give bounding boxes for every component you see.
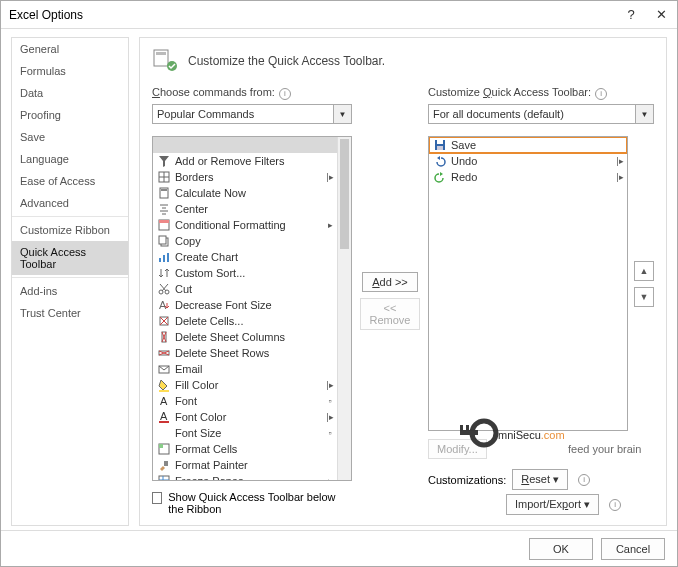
choose-commands-combo[interactable]: Popular Commands ▼ <box>152 104 352 124</box>
list-item[interactable]: Format Cells <box>153 441 337 457</box>
nav-item[interactable]: Language <box>12 148 128 170</box>
scope-combo[interactable]: For all documents (default) ▼ <box>428 104 654 124</box>
list-item[interactable]: Create Chart <box>153 249 337 265</box>
adown-icon: A <box>157 298 171 312</box>
chevron-down-icon: ▼ <box>635 105 653 123</box>
freeze-icon <box>157 474 171 480</box>
show-below-ribbon-checkbox[interactable]: Show Quick Access Toolbar below the Ribb… <box>152 491 352 515</box>
delrow-icon <box>157 346 171 360</box>
svg-rect-32 <box>437 146 443 150</box>
chevron-down-icon: ▼ <box>333 105 351 123</box>
close-button[interactable]: ✕ <box>653 7 669 23</box>
undo-icon <box>433 154 447 168</box>
main-panel: Customize the Quick Access Toolbar. Choo… <box>139 37 667 526</box>
list-item[interactable] <box>153 137 337 153</box>
list-item[interactable]: Undo|▸ <box>429 153 627 169</box>
nav-item[interactable]: Formulas <box>12 60 128 82</box>
cf-icon <box>157 218 171 232</box>
right-column: Customize Quick Access Toolbar:i For all… <box>428 86 654 515</box>
list-item[interactable]: Save <box>429 137 627 153</box>
qat-icon <box>152 48 180 74</box>
svg-rect-20 <box>159 390 169 392</box>
nav-item[interactable]: Add-ins <box>12 280 128 302</box>
list-item[interactable]: Fill Color|▸ <box>153 377 337 393</box>
submenu-indicator-icon: |▸ <box>325 380 335 390</box>
list-item[interactable]: Freeze Panes▸ <box>153 473 337 480</box>
list-item[interactable]: Conditional Formatting▸ <box>153 217 337 233</box>
list-item[interactable]: Cut <box>153 281 337 297</box>
columns: Choose commands from:i Popular Commands … <box>152 86 654 515</box>
list-item[interactable]: Copy <box>153 233 337 249</box>
svg-rect-11 <box>163 255 165 262</box>
list-item[interactable]: Font Size▫ <box>153 425 337 441</box>
move-down-button[interactable]: ▼ <box>634 287 654 307</box>
Ac-icon: A <box>157 410 171 424</box>
svg-text:A: A <box>160 410 168 422</box>
list-item[interactable]: Delete Sheet Rows <box>153 345 337 361</box>
nav-item[interactable]: Customize Ribbon <box>12 219 128 241</box>
nav-item[interactable]: Trust Center <box>12 302 128 324</box>
svg-text:A: A <box>159 299 167 311</box>
excel-options-dialog: Excel Options ? ✕ GeneralFormulasDataPro… <box>0 0 678 567</box>
list-item[interactable]: ADecrease Font Size <box>153 297 337 313</box>
list-item[interactable]: AFont Color|▸ <box>153 409 337 425</box>
nav-item[interactable]: Advanced <box>12 192 128 214</box>
move-up-button[interactable]: ▲ <box>634 261 654 281</box>
svg-rect-26 <box>164 461 168 466</box>
customize-qat-label: Customize Quick Access Toolbar:i <box>428 86 654 100</box>
svg-rect-1 <box>156 52 166 55</box>
scrollbar-thumb[interactable] <box>340 139 349 249</box>
checkbox-box <box>152 492 162 504</box>
info-icon[interactable]: i <box>279 88 291 100</box>
list-item[interactable]: Borders|▸ <box>153 169 337 185</box>
fill-icon <box>157 378 171 392</box>
list-item[interactable]: Delete Sheet Columns <box>153 329 337 345</box>
panel-title: Customize the Quick Access Toolbar. <box>188 54 385 68</box>
blank-icon <box>157 138 171 152</box>
commands-listbox[interactable]: Add or Remove FiltersBorders|▸Calculate … <box>152 136 352 481</box>
svg-rect-9 <box>159 236 166 244</box>
nav-item[interactable]: Quick Access Toolbar <box>12 241 128 275</box>
list-item[interactable]: AFont▫ <box>153 393 337 409</box>
svg-rect-10 <box>159 258 161 262</box>
redo-icon <box>433 170 447 184</box>
svg-rect-27 <box>159 476 169 480</box>
ok-button[interactable]: OK <box>529 538 593 560</box>
cancel-button[interactable]: Cancel <box>601 538 665 560</box>
nav-item[interactable]: Ease of Access <box>12 170 128 192</box>
list-item[interactable]: Calculate Now <box>153 185 337 201</box>
nav-item[interactable]: Proofing <box>12 104 128 126</box>
svg-rect-31 <box>437 140 443 144</box>
list-item[interactable]: Center <box>153 201 337 217</box>
help-button[interactable]: ? <box>623 7 639 23</box>
list-item[interactable]: Format Painter <box>153 457 337 473</box>
panel-header: Customize the Quick Access Toolbar. <box>152 48 654 74</box>
window-title: Excel Options <box>9 8 623 22</box>
sort-icon <box>157 266 171 280</box>
list-item[interactable]: Add or Remove Filters <box>153 153 337 169</box>
fmt-icon <box>157 442 171 456</box>
list-item[interactable]: Redo|▸ <box>429 169 627 185</box>
info-icon[interactable]: i <box>609 499 621 511</box>
list-item[interactable]: Custom Sort... <box>153 265 337 281</box>
info-icon[interactable]: i <box>595 88 607 100</box>
list-item[interactable]: Delete Cells... <box>153 313 337 329</box>
nav-sidebar: GeneralFormulasDataProofingSaveLanguageE… <box>11 37 129 526</box>
import-export-button[interactable]: Import/Export ▾ <box>506 494 599 515</box>
nav-item[interactable]: Data <box>12 82 128 104</box>
svg-rect-25 <box>159 444 163 448</box>
info-icon[interactable]: i <box>578 474 590 486</box>
nav-item[interactable]: Save <box>12 126 128 148</box>
scrollbar[interactable] <box>337 137 351 480</box>
list-item[interactable]: Email <box>153 361 337 377</box>
svg-rect-12 <box>167 253 169 262</box>
qat-listbox[interactable]: SaveUndo|▸Redo|▸ <box>428 136 628 431</box>
mid-column: Add >> << Remove <box>360 86 420 515</box>
brush-icon <box>157 458 171 472</box>
reset-button[interactable]: Reset ▾ <box>512 469 568 490</box>
left-column: Choose commands from:i Popular Commands … <box>152 86 352 515</box>
add-button[interactable]: Add >> <box>362 272 418 292</box>
title-bar: Excel Options ? ✕ <box>1 1 677 29</box>
dialog-body: GeneralFormulasDataProofingSaveLanguageE… <box>1 29 677 530</box>
nav-item[interactable]: General <box>12 38 128 60</box>
